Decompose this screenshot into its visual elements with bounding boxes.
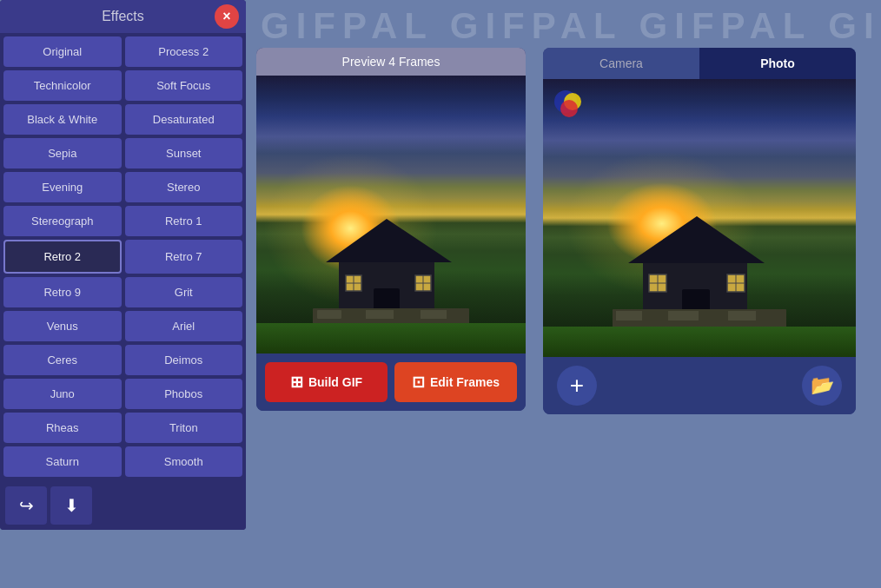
effect-btn-ceres[interactable]: Ceres xyxy=(3,345,122,375)
download-icon: ⬇ xyxy=(64,495,79,516)
effect-btn-retro7[interactable]: Retro 7 xyxy=(125,240,243,274)
watermark: GIFPAL GIFPAL GIFPAL GIFPA xyxy=(243,0,881,52)
effect-btn-venus[interactable]: Venus xyxy=(3,311,122,341)
preview-image xyxy=(256,76,526,353)
effect-btn-original[interactable]: Original xyxy=(3,36,122,67)
svg-rect-14 xyxy=(421,310,447,319)
svg-rect-29 xyxy=(616,311,642,320)
photo-image xyxy=(543,79,856,357)
effect-btn-phobos[interactable]: Phobos xyxy=(125,379,243,409)
svg-rect-11 xyxy=(344,310,363,319)
svg-rect-32 xyxy=(701,311,725,320)
effect-btn-saturn[interactable]: Saturn xyxy=(3,446,122,477)
photo-panel: CameraPhoto xyxy=(543,48,856,414)
effect-btn-smooth[interactable]: Smooth xyxy=(125,446,243,477)
svg-marker-1 xyxy=(326,219,452,262)
photo-barn-svg xyxy=(613,201,786,331)
svg-rect-31 xyxy=(668,311,699,320)
effects-toolbar: ↪ ⬇ xyxy=(0,481,246,530)
preview-actions: ⊞ Build GIF ⊡ Edit Frames xyxy=(256,353,526,411)
open-folder-button[interactable]: 📂 xyxy=(802,366,842,406)
effects-panel: Effects × OriginalProcess 2TechnicolorSo… xyxy=(0,0,246,530)
effect-btn-evening[interactable]: Evening xyxy=(3,172,122,202)
add-icon: + xyxy=(570,372,584,400)
color-logo xyxy=(553,89,585,121)
svg-rect-15 xyxy=(449,310,467,319)
svg-rect-34 xyxy=(758,311,783,320)
share-icon: ↪ xyxy=(19,495,34,516)
photo-tabs: CameraPhoto xyxy=(543,48,856,79)
download-button[interactable]: ⬇ xyxy=(50,486,92,525)
effect-btn-rheas[interactable]: Rheas xyxy=(3,413,122,443)
add-photo-button[interactable]: + xyxy=(557,366,597,406)
effects-scroll-area[interactable]: OriginalProcess 2TechnicolorSoft FocusBl… xyxy=(0,33,246,481)
effect-btn-retro9[interactable]: Retro 9 xyxy=(3,277,122,307)
effect-btn-retro1[interactable]: Retro 1 xyxy=(125,206,243,236)
svg-rect-13 xyxy=(396,310,418,319)
edit-frames-label: Edit Frames xyxy=(430,375,500,389)
effect-btn-black-white[interactable]: Black & White xyxy=(3,104,122,135)
effect-btn-deimos[interactable]: Deimos xyxy=(125,345,243,375)
svg-rect-33 xyxy=(728,311,756,320)
effect-btn-process2[interactable]: Process 2 xyxy=(125,36,243,67)
svg-rect-12 xyxy=(366,310,394,319)
preview-header: Preview 4 Frames xyxy=(256,48,526,76)
effect-btn-soft-focus[interactable]: Soft Focus xyxy=(125,70,243,101)
svg-marker-20 xyxy=(628,216,765,263)
effect-btn-sunset[interactable]: Sunset xyxy=(125,138,243,168)
tab-camera[interactable]: Camera xyxy=(543,48,699,79)
edit-frames-icon: ⊡ xyxy=(412,373,425,392)
build-gif-label: Build GIF xyxy=(308,375,362,389)
effect-btn-stereo[interactable]: Stereo xyxy=(125,172,243,202)
build-gif-icon: ⊞ xyxy=(290,373,303,392)
watermark-text: GIFPAL GIFPAL GIFPAL GIFPA xyxy=(261,5,881,47)
svg-rect-30 xyxy=(645,311,666,320)
photo-actions: + 📂 xyxy=(543,357,856,414)
effect-btn-retro2[interactable]: Retro 2 xyxy=(3,240,122,274)
close-button[interactable]: × xyxy=(215,4,239,29)
preview-barn-svg xyxy=(313,206,469,327)
preview-panel: Preview 4 Frames xyxy=(256,48,526,411)
effect-btn-technicolor[interactable]: Technicolor xyxy=(3,70,122,101)
effect-btn-juno[interactable]: Juno xyxy=(3,379,122,409)
effects-grid: OriginalProcess 2TechnicolorSoft FocusBl… xyxy=(3,36,242,477)
svg-point-18 xyxy=(560,100,578,117)
effects-header: Effects × xyxy=(0,0,246,33)
effect-btn-ariel[interactable]: Ariel xyxy=(125,311,243,341)
effect-btn-stereograph[interactable]: Stereograph xyxy=(3,206,122,236)
photo-grass-foreground xyxy=(543,327,856,357)
effect-btn-sepia[interactable]: Sepia xyxy=(3,138,122,168)
share-button[interactable]: ↪ xyxy=(5,486,47,525)
effect-btn-grit[interactable]: Grit xyxy=(125,277,243,307)
effect-btn-desaturated[interactable]: Desaturated xyxy=(125,104,243,135)
tab-photo[interactable]: Photo xyxy=(699,48,856,79)
folder-icon: 📂 xyxy=(811,374,834,397)
svg-rect-10 xyxy=(317,310,341,319)
edit-frames-button[interactable]: ⊡ Edit Frames xyxy=(394,362,517,402)
effects-title: Effects xyxy=(102,9,144,24)
effect-btn-triton[interactable]: Triton xyxy=(125,413,243,443)
grass-foreground xyxy=(256,323,526,353)
build-gif-button[interactable]: ⊞ Build GIF xyxy=(265,362,388,402)
